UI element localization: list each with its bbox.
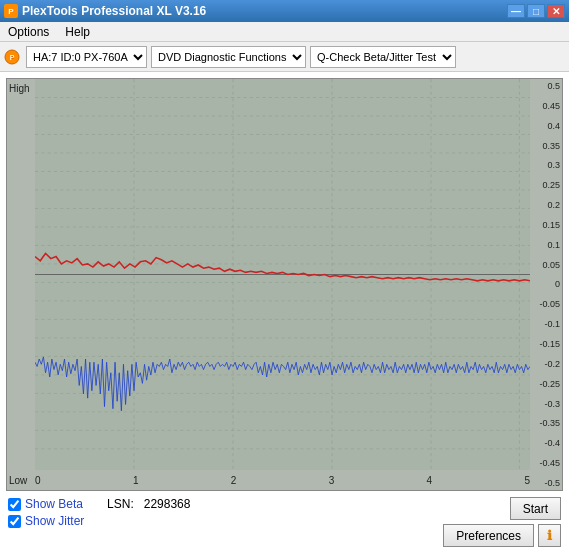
y-right-0.2: 0.2 [532, 200, 560, 210]
preferences-button[interactable]: Preferences [443, 524, 534, 547]
left-controls: Show Beta LSN: 2298368 Show Jitter [8, 497, 190, 528]
test-dropdown[interactable]: Q-Check Beta/Jitter Test [310, 46, 456, 68]
chart-svg [35, 79, 530, 470]
y-right-n0.1: -0.1 [532, 319, 560, 329]
info-icon: ℹ [547, 528, 552, 543]
y-right-0.3: 0.3 [532, 160, 560, 170]
svg-text:P: P [10, 54, 15, 61]
y-high-label: High [9, 83, 30, 94]
y-right-0.05: 0.05 [532, 260, 560, 270]
y-right-n0.25: -0.25 [532, 379, 560, 389]
chart-container: High Low [6, 78, 563, 491]
y-right-n0.4: -0.4 [532, 438, 560, 448]
x-label-0: 0 [35, 475, 41, 486]
y-right-0.1: 0.1 [532, 240, 560, 250]
drive-dropdown[interactable]: HA:7 ID:0 PX-760A [26, 46, 147, 68]
y-right-n0.45: -0.45 [532, 458, 560, 468]
y-right-0.45: 0.45 [532, 101, 560, 111]
y-right-0.25: 0.25 [532, 180, 560, 190]
titlebar-buttons[interactable]: — □ ✕ [507, 4, 565, 18]
lsn-label: LSN: [107, 497, 134, 511]
app-icon: P [4, 4, 18, 18]
y-right-n0.3: -0.3 [532, 399, 560, 409]
y-low-label: Low [9, 475, 27, 486]
show-beta-label: Show Beta [25, 497, 83, 511]
y-right-n0.35: -0.35 [532, 418, 560, 428]
function-select[interactable]: DVD Diagnostic Functions [152, 47, 305, 67]
y-right-0.35: 0.35 [532, 141, 560, 151]
function-dropdown[interactable]: DVD Diagnostic Functions [151, 46, 306, 68]
test-select[interactable]: Q-Check Beta/Jitter Test [311, 47, 455, 67]
y-axis-left: High Low [7, 79, 35, 490]
show-jitter-checkbox[interactable] [8, 515, 21, 528]
main-area: High Low [0, 72, 569, 551]
titlebar-title: PlexTools Professional XL V3.16 [22, 4, 206, 18]
drive-select[interactable]: HA:7 ID:0 PX-760A [27, 47, 146, 67]
show-beta-checkbox[interactable] [8, 498, 21, 511]
menu-options[interactable]: Options [4, 24, 53, 40]
start-button[interactable]: Start [510, 497, 561, 520]
x-label-4: 4 [427, 475, 433, 486]
titlebar-left: P PlexTools Professional XL V3.16 [4, 4, 206, 18]
y-right-0: 0 [532, 279, 560, 289]
drive-icon: P [4, 49, 20, 65]
y-right-0.15: 0.15 [532, 220, 560, 230]
y-right-n0.15: -0.15 [532, 339, 560, 349]
menu-help[interactable]: Help [61, 24, 94, 40]
minimize-button[interactable]: — [507, 4, 525, 18]
maximize-button[interactable]: □ [527, 4, 545, 18]
x-label-3: 3 [329, 475, 335, 486]
x-axis: 0 1 2 3 4 5 [35, 470, 530, 490]
y-axis-right: 0.5 0.45 0.4 0.35 0.3 0.25 0.2 0.15 0.1 … [530, 79, 562, 490]
y-right-0.4: 0.4 [532, 121, 560, 131]
info-button[interactable]: ℹ [538, 524, 561, 547]
y-right-n0.2: -0.2 [532, 359, 560, 369]
y-right-n0.5: -0.5 [532, 478, 560, 488]
x-label-1: 1 [133, 475, 139, 486]
titlebar: P PlexTools Professional XL V3.16 — □ ✕ [0, 0, 569, 22]
menubar: Options Help [0, 22, 569, 42]
show-beta-row: Show Beta LSN: 2298368 [8, 497, 190, 511]
controls-area: Show Beta LSN: 2298368 Show Jitter Start… [4, 493, 565, 547]
x-label-2: 2 [231, 475, 237, 486]
lsn-value: 2298368 [144, 497, 191, 511]
toolbar: P HA:7 ID:0 PX-760A DVD Diagnostic Funct… [0, 42, 569, 72]
show-jitter-label: Show Jitter [25, 514, 84, 528]
y-right-n0.05: -0.05 [532, 299, 560, 309]
chart-plot [35, 79, 530, 470]
y-right-0.5: 0.5 [532, 81, 560, 91]
show-jitter-row: Show Jitter [8, 514, 190, 528]
close-button[interactable]: ✕ [547, 4, 565, 18]
right-controls: Start Preferences ℹ [443, 497, 561, 547]
